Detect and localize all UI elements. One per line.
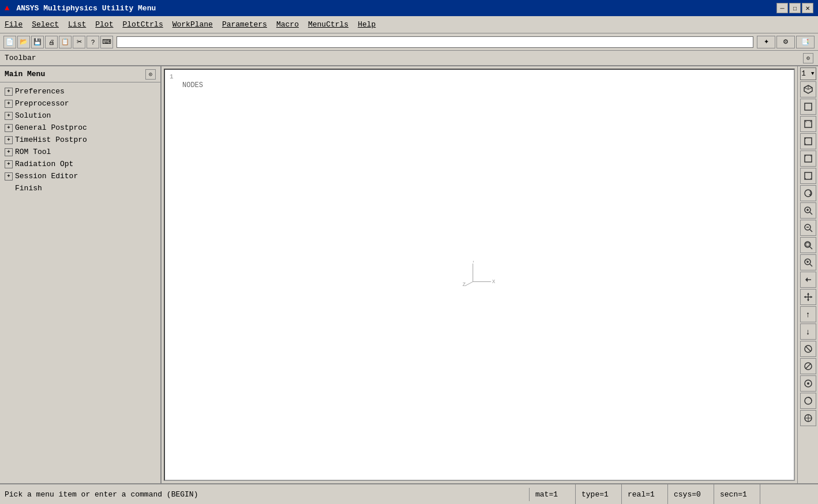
menu-item-rom-tool[interactable]: + ROM Tool	[2, 146, 158, 157]
expand-icon-rom-tool: +	[5, 148, 13, 156]
isometric-view-btn[interactable]	[800, 81, 816, 97]
rotate-global-btn[interactable]	[800, 185, 816, 201]
menu-file[interactable]: File	[5, 20, 22, 29]
pan-left-btn[interactable]	[800, 272, 816, 288]
move-up-btn[interactable]: ↑	[800, 306, 816, 322]
front-view-btn[interactable]	[800, 99, 816, 115]
svg-text:Y: Y	[472, 261, 475, 264]
circle2-btn[interactable]	[800, 393, 816, 409]
right-toolbar: 1 ▼	[797, 66, 818, 483]
cross1-btn[interactable]	[800, 341, 816, 357]
svg-text:Z: Z	[463, 281, 466, 287]
maximize-button[interactable]: □	[789, 3, 801, 13]
zoom-out-btn[interactable]	[800, 220, 816, 236]
menu-bar: File Select List Plot PlotCtrls WorkPlan…	[0, 16, 818, 33]
menu-item-finish[interactable]: Finish	[2, 183, 158, 194]
axis-indicator: Y X Z	[462, 261, 497, 289]
menu-item-timehist-postpro[interactable]: + TimeHist Postpro	[2, 134, 158, 145]
svg-marker-46	[804, 296, 806, 298]
status-text: Pick a menu item or enter a command (BEG…	[5, 490, 198, 499]
viewport-area: 1 NODES Y X Z	[164, 69, 795, 481]
expand-icon-session-editor: +	[5, 172, 13, 180]
help-icon[interactable]: ?	[87, 36, 99, 48]
expand-icon-general-postproc: +	[5, 124, 13, 132]
svg-marker-44	[807, 293, 809, 295]
save-icon[interactable]: 💾	[31, 36, 44, 48]
circle1-btn[interactable]	[800, 375, 816, 392]
main-area: Main Menu ⊙ + Preferences + Preprocessor…	[0, 66, 818, 483]
main-menu-title: Main Menu	[5, 70, 45, 78]
toolbar-label: Toolbar	[5, 54, 36, 62]
menu-parameters[interactable]: Parameters	[222, 20, 267, 29]
svg-point-53	[807, 382, 809, 385]
status-csys: csys=0	[668, 484, 714, 504]
view-number-label: 1	[802, 70, 806, 78]
menu-item-preferences[interactable]: + Preferences	[2, 86, 158, 97]
svg-line-33	[810, 247, 812, 249]
minimize-button[interactable]: ─	[776, 3, 788, 13]
view-number-selector[interactable]: 1 ▼	[800, 67, 816, 80]
menu-item-radiation-opt[interactable]: + Radiation Opt	[2, 159, 158, 170]
svg-line-30	[810, 230, 812, 232]
status-secn-value: secn=1	[720, 490, 747, 499]
copy-icon[interactable]: 📋	[59, 36, 72, 48]
close-button[interactable]: ✕	[802, 3, 813, 13]
left-panel-header: Main Menu ⊙	[0, 66, 160, 82]
cross2-btn[interactable]	[800, 358, 816, 374]
svg-line-26	[810, 212, 812, 215]
toolbar-doc-btn[interactable]: 📑	[796, 36, 815, 48]
new-file-icon[interactable]: 📄	[3, 36, 16, 48]
menu-menuctrls[interactable]: MenuCtrls	[308, 20, 348, 29]
menu-help[interactable]: Help	[358, 20, 376, 29]
menu-list[interactable]: List	[68, 20, 86, 29]
delete-icon[interactable]: ✂	[73, 36, 85, 48]
menu-select[interactable]: Select	[32, 20, 59, 29]
toolbar-collapse-btn[interactable]: ⊙	[803, 53, 813, 63]
status-main-text: Pick a menu item or enter a command (BEG…	[0, 488, 530, 501]
svg-line-39	[806, 260, 806, 261]
status-bar: Pick a menu item or enter a command (BEG…	[0, 483, 818, 504]
top-view-btn[interactable]	[800, 151, 816, 167]
pan-all-btn[interactable]	[800, 289, 816, 305]
zoom-in-btn[interactable]	[800, 202, 816, 219]
menu-workplane[interactable]: WorkPlane	[172, 20, 213, 29]
svg-line-36	[810, 264, 812, 266]
menu-item-radiation-opt-label: Radiation Opt	[15, 160, 73, 168]
viewport-number-label: 1	[170, 73, 174, 80]
svg-line-49	[806, 347, 811, 351]
title-bar-title: ANSYS Multiphysics Utility Menu	[16, 4, 156, 13]
expand-icon-preprocessor: +	[5, 100, 13, 108]
axis-svg: Y X Z	[462, 261, 497, 287]
right-view-btn[interactable]	[800, 133, 816, 149]
move-down-btn[interactable]: ↓	[800, 324, 816, 340]
expand-icon-solution: +	[5, 112, 13, 120]
circle3-btn[interactable]	[800, 410, 816, 426]
status-mat-value: mat=1	[535, 490, 558, 499]
menu-plot[interactable]: Plot	[95, 20, 113, 29]
svg-line-2	[465, 281, 473, 285]
status-extra	[760, 484, 818, 504]
menu-item-preprocessor[interactable]: + Preprocessor	[2, 98, 158, 109]
bottom-view-btn[interactable]	[800, 168, 816, 184]
command-input[interactable]	[117, 36, 753, 48]
main-menu-collapse-btn[interactable]: ⊙	[145, 69, 156, 80]
menu-plotctrls[interactable]: PlotCtrls	[122, 20, 163, 29]
keyboard-icon[interactable]: ⌨	[100, 36, 113, 48]
svg-rect-34	[806, 243, 809, 246]
menu-item-general-postproc[interactable]: + General Postproc	[2, 122, 158, 133]
toolbar-right-btns: ✦ ⚙ 📑	[757, 36, 815, 48]
print-icon[interactable]: 🖨	[45, 36, 58, 48]
zoom-box-btn[interactable]	[800, 237, 816, 253]
menu-item-session-editor[interactable]: + Session Editor	[2, 171, 158, 182]
back-view-btn[interactable]	[800, 116, 816, 132]
open-file-icon[interactable]: 📂	[17, 36, 30, 48]
expand-icon-radiation-opt: +	[5, 160, 13, 168]
zoom-fit-btn[interactable]	[800, 254, 816, 270]
menu-macro[interactable]: Macro	[276, 20, 299, 29]
menu-item-solution[interactable]: + Solution	[2, 110, 158, 121]
toolbar-exec-btn[interactable]: ✦	[757, 36, 775, 48]
title-bar: ▲ ANSYS Multiphysics Utility Menu ─ □ ✕	[0, 0, 818, 16]
svg-line-8	[804, 88, 808, 89]
toolbar-tool-btn[interactable]: ⚙	[776, 36, 795, 48]
viewport-nodes-label: NODES	[182, 81, 203, 89]
